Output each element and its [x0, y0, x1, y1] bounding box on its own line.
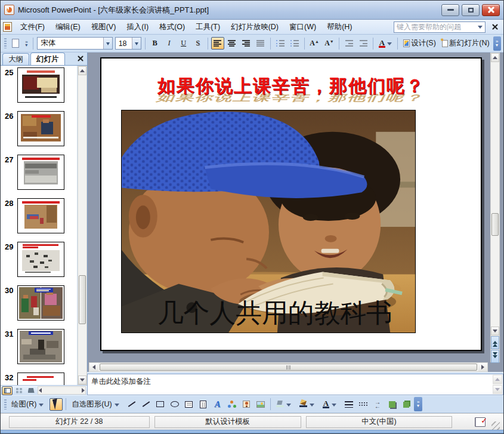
- textbox-tool-button[interactable]: [183, 398, 196, 411]
- slide-thumbnail-30[interactable]: [17, 285, 64, 321]
- align-right-button[interactable]: [240, 37, 253, 50]
- chevron-down-icon[interactable]: [387, 42, 392, 48]
- line-tool-button[interactable]: [125, 398, 138, 411]
- slide-thumbnail-26[interactable]: [17, 111, 64, 146]
- bullets-button[interactable]: [288, 37, 301, 50]
- tab-slides[interactable]: 幻灯片: [30, 53, 65, 65]
- chevron-down-icon[interactable]: [286, 404, 291, 409]
- menu-edit[interactable]: 编辑(E): [51, 20, 85, 34]
- restore-button[interactable]: [462, 4, 480, 16]
- chevron-down-icon[interactable]: [332, 404, 336, 409]
- scroll-down-button[interactable]: [493, 385, 502, 394]
- chevron-down-icon[interactable]: [103, 38, 112, 49]
- notes-scrollbar[interactable]: [493, 375, 502, 394]
- slide-editor[interactable]: 如果你说上课辛苦，那他们呢？ 如果你说上课辛苦，那他们呢？: [87, 53, 503, 372]
- menu-format[interactable]: 格式(O): [154, 20, 190, 34]
- slide-thumbnail-28[interactable]: [17, 198, 64, 233]
- normal-view-button[interactable]: [2, 386, 13, 395]
- previous-slide-button[interactable]: [491, 336, 499, 349]
- font-name-select[interactable]: 宋体: [37, 37, 112, 50]
- vertical-textbox-button[interactable]: [197, 398, 210, 411]
- menu-window[interactable]: 窗口(W): [285, 20, 321, 34]
- scroll-up-button[interactable]: [78, 66, 86, 75]
- decrease-font-button[interactable]: A▼: [322, 37, 336, 50]
- resize-grip[interactable]: [491, 421, 500, 430]
- slide-thumbnail-29[interactable]: [17, 242, 64, 277]
- scrollbar-thumb[interactable]: [79, 275, 86, 324]
- wordart-button[interactable]: A: [211, 398, 224, 411]
- font-size-select[interactable]: 18: [115, 37, 141, 50]
- scroll-up-button[interactable]: [493, 375, 502, 384]
- shadow-style-button[interactable]: [385, 398, 398, 411]
- toolbar-grip[interactable]: [4, 399, 7, 410]
- italic-button[interactable]: I: [163, 37, 176, 50]
- notes-pane[interactable]: 单击此处添加备注: [87, 374, 503, 395]
- 3d-style-button[interactable]: [400, 398, 413, 411]
- editor-horizontal-scrollbar[interactable]: [89, 362, 488, 372]
- dash-style-button[interactable]: [357, 398, 370, 411]
- thumbnail-scrollbar[interactable]: [78, 66, 87, 385]
- scroll-down-button[interactable]: [491, 327, 499, 335]
- arrow-tool-button[interactable]: [140, 398, 153, 411]
- new-slide-button[interactable]: 新幻灯片(N): [440, 37, 492, 50]
- scroll-right-button[interactable]: [478, 363, 487, 371]
- font-color-button[interactable]: A: [376, 37, 394, 50]
- menu-insert[interactable]: 插入(I): [122, 20, 153, 34]
- scroll-left-button[interactable]: [89, 363, 98, 371]
- scrollbar-thumb[interactable]: [100, 364, 477, 371]
- rectangle-tool-button[interactable]: [154, 398, 167, 411]
- titlebar[interactable]: Microsoft PowerPoint - [六年级家长会演讲稿_PPT1.p…: [1, 1, 503, 20]
- menu-view[interactable]: 视图(V): [86, 20, 121, 34]
- scrollbar-thumb[interactable]: [491, 213, 499, 236]
- align-left-button[interactable]: [211, 37, 224, 50]
- scroll-up-button[interactable]: [491, 53, 499, 62]
- text-shadow-button[interactable]: S: [191, 37, 205, 50]
- menu-tools[interactable]: 工具(T): [191, 20, 225, 34]
- select-objects-button[interactable]: [50, 398, 63, 411]
- chevron-down-icon[interactable]: [310, 404, 314, 409]
- photo-caption[interactable]: 几个人共用的教科书: [157, 298, 392, 327]
- autoshapes-button[interactable]: 自选图形(U): [69, 398, 123, 411]
- help-search-input[interactable]: [394, 22, 477, 32]
- justify-button[interactable]: [254, 37, 267, 50]
- chevron-down-icon[interactable]: [478, 26, 483, 31]
- editor-vertical-scrollbar[interactable]: [490, 53, 500, 362]
- fill-color-button[interactable]: [274, 398, 296, 411]
- increase-indent-button[interactable]: [357, 37, 370, 50]
- underline-button[interactable]: U: [177, 37, 190, 50]
- arrow-style-button[interactable]: →←: [371, 398, 384, 411]
- tab-outline[interactable]: 大纲: [2, 53, 29, 65]
- menu-file[interactable]: 文件(F): [16, 20, 50, 34]
- slide-title-textbox[interactable]: 如果你说上课辛苦，那他们呢？ 如果你说上课辛苦，那他们呢？: [101, 74, 481, 105]
- panel-horizontal-scrollbar[interactable]: [38, 386, 86, 395]
- numbering-button[interactable]: [274, 37, 287, 50]
- slide-canvas[interactable]: 如果你说上课辛苦，那他们呢？ 如果你说上课辛苦，那他们呢？: [100, 57, 482, 351]
- menu-slideshow[interactable]: 幻灯片放映(D): [226, 20, 283, 34]
- toolbar-options-button[interactable]: »▾: [493, 36, 501, 51]
- line-style-button[interactable]: [342, 398, 355, 411]
- align-center-button[interactable]: [225, 37, 239, 50]
- document-close-button[interactable]: [489, 21, 501, 33]
- minimize-button[interactable]: [441, 4, 459, 16]
- next-slide-button[interactable]: [491, 350, 499, 363]
- slide-thumbnail-27[interactable]: [17, 155, 64, 190]
- close-button[interactable]: [482, 4, 500, 16]
- slide-thumbnail-25[interactable]: [17, 67, 64, 103]
- slide-design-button[interactable]: 设计(S): [401, 37, 438, 50]
- toolbar-overflow-button[interactable]: »▾: [23, 41, 30, 47]
- diagram-button[interactable]: [225, 398, 239, 411]
- increase-font-button[interactable]: A▲: [308, 37, 321, 50]
- chevron-down-icon[interactable]: [132, 38, 141, 49]
- decrease-indent-button[interactable]: [342, 37, 355, 50]
- toolbar-grip[interactable]: [4, 38, 7, 48]
- draw-menu-button[interactable]: 绘图(R): [9, 398, 48, 411]
- menu-help[interactable]: 帮助(H): [322, 20, 357, 34]
- scroll-down-button[interactable]: [78, 375, 86, 384]
- line-color-button[interactable]: [297, 398, 319, 411]
- oval-tool-button[interactable]: [168, 398, 181, 411]
- notes-placeholder-text[interactable]: 单击此处添加备注: [91, 377, 151, 387]
- clipart-button[interactable]: [240, 398, 253, 411]
- slide-photo[interactable]: 几个人共用的教科书: [121, 110, 416, 333]
- insert-picture-button[interactable]: [254, 398, 267, 411]
- slide-sorter-view-button[interactable]: [14, 386, 24, 395]
